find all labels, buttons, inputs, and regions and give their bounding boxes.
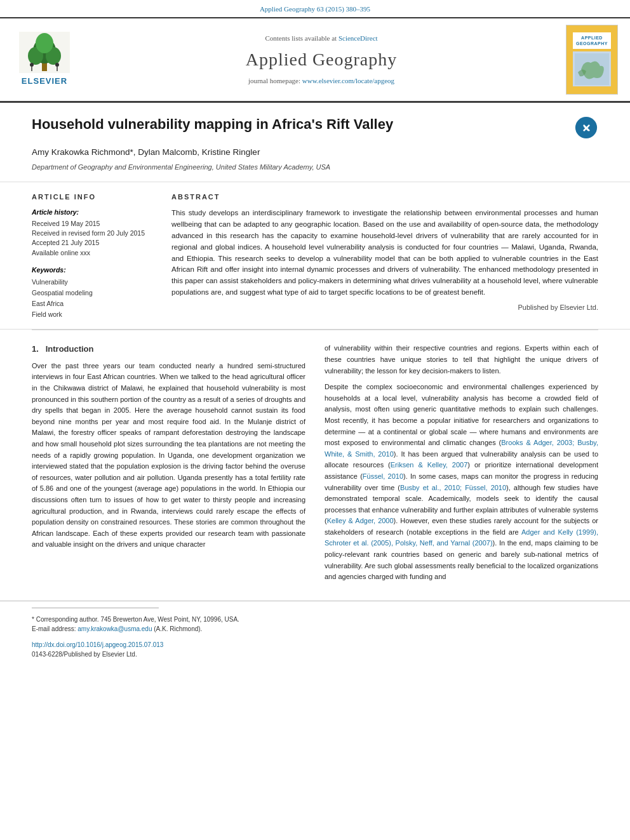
keyword-4: Field work bbox=[32, 309, 159, 320]
abstract-publisher: Published by Elsevier Ltd. bbox=[171, 302, 598, 313]
journal-title-section: Contents lists available at ScienceDirec… bbox=[79, 33, 563, 86]
svg-text:×: × bbox=[583, 122, 589, 134]
elsevier-logo: ELSEVIER bbox=[19, 32, 70, 88]
article-history-label: Article history: bbox=[32, 208, 159, 218]
ref-eriksen-kelley[interactable]: Eriksen & Kelley, 2007 bbox=[391, 461, 468, 469]
issn-text: 0143-6228/Published by Elsevier Ltd. bbox=[32, 650, 598, 659]
email-label: E-mail address: bbox=[32, 625, 77, 632]
intro-heading: 1. Introduction bbox=[32, 343, 305, 356]
doi-section: http://dx.doi.org/10.1016/j.apgeog.2015.… bbox=[0, 637, 630, 665]
accepted-date: Accepted 21 July 2015 bbox=[32, 238, 159, 248]
ref-brooks-adger[interactable]: Brooks & Adger, 2003; Busby, White, & Sm… bbox=[325, 439, 598, 458]
abstract-text: This study develops an interdisciplinary… bbox=[171, 208, 598, 298]
available-online: Available online xxx bbox=[32, 248, 159, 258]
article-header: Household vulnerability mapping in Afric… bbox=[0, 103, 630, 183]
keywords-label: Keywords: bbox=[32, 265, 159, 276]
ref-adger-kelly[interactable]: Adger and Kelly (1999), Schroter et al. … bbox=[325, 528, 598, 547]
keywords-group: Keywords: Vulnerability Geospatial model… bbox=[32, 265, 159, 319]
journal-cover: APPLIED GEOGRAPHY bbox=[566, 25, 618, 95]
doi-url[interactable]: http://dx.doi.org/10.1016/j.apgeog.2015.… bbox=[32, 641, 163, 648]
author-email[interactable]: amy.krakowka@usma.edu bbox=[77, 625, 152, 632]
article-info-column: ARTICLE INFO Article history: Received 1… bbox=[32, 192, 159, 319]
authors-text: Amy Krakowka Richmond*, Dylan Malcomb, K… bbox=[32, 147, 260, 157]
sciencedirect-link[interactable]: ScienceDirect bbox=[338, 34, 378, 42]
footnote-section: * Corresponding author. 745 Brewerton Av… bbox=[0, 601, 630, 637]
journal-header: ELSEVIER Contents lists available at Sci… bbox=[0, 17, 630, 102]
article-title-text: Household vulnerability mapping in Afric… bbox=[32, 116, 393, 134]
cover-title-line2: GEOGRAPHY bbox=[575, 41, 609, 46]
cover-title-box: APPLIED GEOGRAPHY bbox=[573, 32, 611, 49]
keyword-3: East Africa bbox=[32, 298, 159, 309]
received-date: Received 19 May 2015 bbox=[32, 219, 159, 229]
email-line: E-mail address: amy.krakowka@usma.edu (A… bbox=[32, 624, 598, 634]
elsevier-logo-container: ELSEVIER bbox=[10, 32, 79, 88]
elsevier-tree-icon bbox=[19, 32, 70, 73]
homepage-line: journal homepage: www.elsevier.com/locat… bbox=[79, 76, 563, 86]
article-history-group: Article history: Received 19 May 2015 Re… bbox=[32, 208, 159, 258]
citation-bar: Applied Geography 63 (2015) 380–395 bbox=[0, 0, 630, 17]
cover-title-line1: APPLIED bbox=[575, 35, 609, 41]
ref-kelley-adger[interactable]: Kelley & Adger, 2000 bbox=[327, 517, 394, 524]
cover-map-image bbox=[573, 51, 611, 86]
email-suffix: (A.K. Richmond). bbox=[154, 625, 202, 632]
article-info-abstract-section: ARTICLE INFO Article history: Received 1… bbox=[0, 182, 630, 330]
paragraph-1-text: Over the past three years our team condu… bbox=[32, 361, 305, 550]
right-column-text: of vulnerability within their respective… bbox=[325, 343, 598, 582]
elsevier-brand-text: ELSEVIER bbox=[22, 75, 67, 88]
svg-point-5 bbox=[36, 33, 53, 53]
journal-title: Applied Geography bbox=[79, 46, 563, 73]
intro-paragraph-1: Over the past three years our team condu… bbox=[32, 361, 305, 550]
citation-text: Applied Geography 63 (2015) 380–395 bbox=[260, 5, 370, 13]
sciencedirect-line: Contents lists available at ScienceDirec… bbox=[79, 33, 563, 44]
keyword-2: Geospatial modeling bbox=[32, 288, 159, 298]
abstract-column: ABSTRACT This study develops an interdis… bbox=[171, 192, 598, 319]
homepage-link[interactable]: www.elsevier.com/locate/apgeog bbox=[302, 77, 394, 84]
keyword-1: Vulnerability bbox=[32, 277, 159, 288]
cover-map-svg bbox=[575, 53, 609, 85]
crossmark-icon: ✕ × bbox=[574, 116, 598, 140]
received-revised-label: Received in revised form 20 July 2015 bbox=[32, 229, 159, 238]
corresponding-author: * Corresponding author. 745 Brewerton Av… bbox=[32, 615, 598, 624]
article-title-row: Household vulnerability mapping in Afric… bbox=[32, 116, 598, 140]
paragraph-2-text: Despite the complex socioeconomic and en… bbox=[325, 382, 598, 583]
ref-fussel-2010[interactable]: Füssel, 2010 bbox=[363, 472, 403, 480]
right-body-column: of vulnerability within their respective… bbox=[325, 343, 598, 587]
abstract-label: ABSTRACT bbox=[171, 192, 598, 203]
main-content-section: 1. Introduction Over the past three year… bbox=[0, 330, 630, 600]
affiliation-line: Department of Geography and Environmenta… bbox=[32, 162, 598, 173]
paragraph-1-continuation: of vulnerability within their respective… bbox=[325, 343, 598, 377]
svg-point-6 bbox=[30, 63, 34, 67]
ref-busby-fussel[interactable]: Busby et al., 2010; Füssel, 2010 bbox=[400, 484, 506, 491]
section-number: 1. bbox=[32, 344, 39, 354]
svg-point-8 bbox=[55, 63, 59, 67]
article-info-label: ARTICLE INFO bbox=[32, 192, 159, 203]
journal-cover-container: APPLIED GEOGRAPHY bbox=[563, 25, 620, 95]
doi-link: http://dx.doi.org/10.1016/j.apgeog.2015.… bbox=[32, 640, 598, 650]
left-body-column: 1. Introduction Over the past three year… bbox=[32, 343, 305, 587]
authors-line: Amy Krakowka Richmond*, Dylan Malcomb, K… bbox=[32, 146, 598, 159]
section-title: Introduction bbox=[46, 344, 94, 354]
